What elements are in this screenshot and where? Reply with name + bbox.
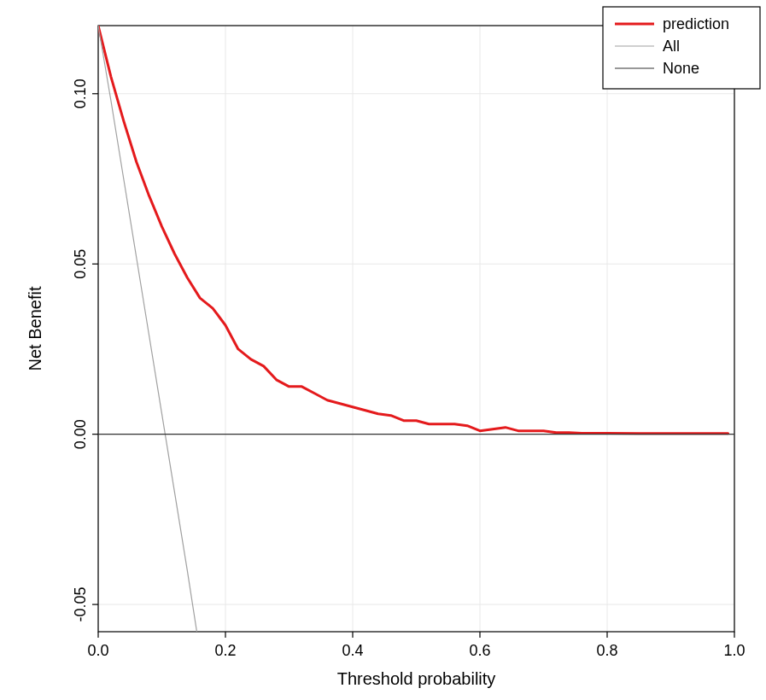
plot-border <box>98 26 734 632</box>
y-tick-label-group: 0.10 <box>72 79 89 108</box>
decision-curve-chart: 0.00.20.40.60.81.0-0.050.000.050.10Thres… <box>0 0 766 700</box>
legend-item-label: prediction <box>663 15 729 32</box>
x-tick-label: 0.8 <box>596 642 617 659</box>
y-tick-label: 0.10 <box>72 79 89 108</box>
y-tick-label-group: 0.00 <box>72 419 89 449</box>
y-tick-label: 0.00 <box>72 419 89 449</box>
y-axis-label-group: Net Benefit <box>26 286 44 370</box>
y-tick-label: -0.05 <box>72 587 89 622</box>
y-tick-label-group: -0.05 <box>72 587 89 622</box>
x-tick-label: 0.0 <box>87 642 108 659</box>
x-axis-label: Threshold probability <box>337 669 496 688</box>
y-tick-label-group: 0.05 <box>72 249 89 279</box>
legend: predictionAllNone <box>603 7 760 89</box>
x-tick-label: 0.4 <box>342 642 363 659</box>
series-group <box>98 26 734 632</box>
chart-svg: 0.00.20.40.60.81.0-0.050.000.050.10Thres… <box>0 0 766 700</box>
legend-item-label: All <box>663 38 680 55</box>
series-line <box>98 26 196 632</box>
y-tick-label: 0.05 <box>72 249 89 279</box>
y-axis-label: Net Benefit <box>26 286 44 370</box>
x-tick-label: 0.2 <box>214 642 236 659</box>
x-tick-label: 0.6 <box>469 642 490 659</box>
x-tick-label: 1.0 <box>723 642 745 659</box>
legend-item-label: None <box>663 60 699 77</box>
